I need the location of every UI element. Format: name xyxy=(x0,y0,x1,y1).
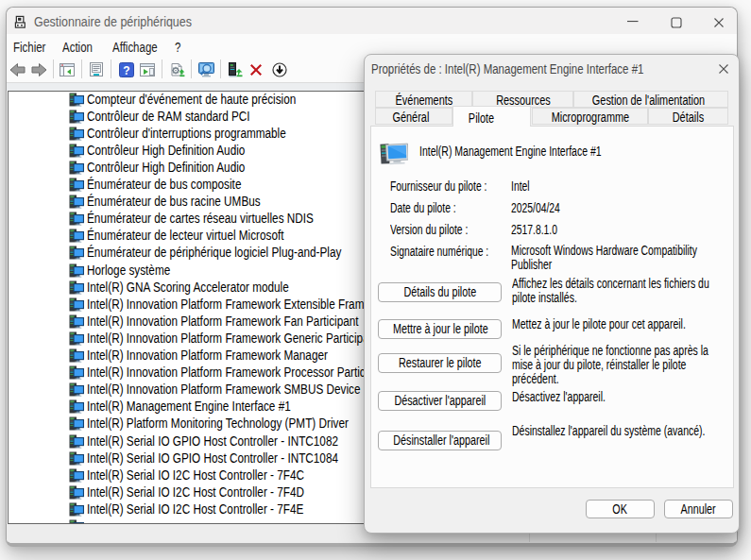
svg-text:?: ? xyxy=(123,64,129,77)
